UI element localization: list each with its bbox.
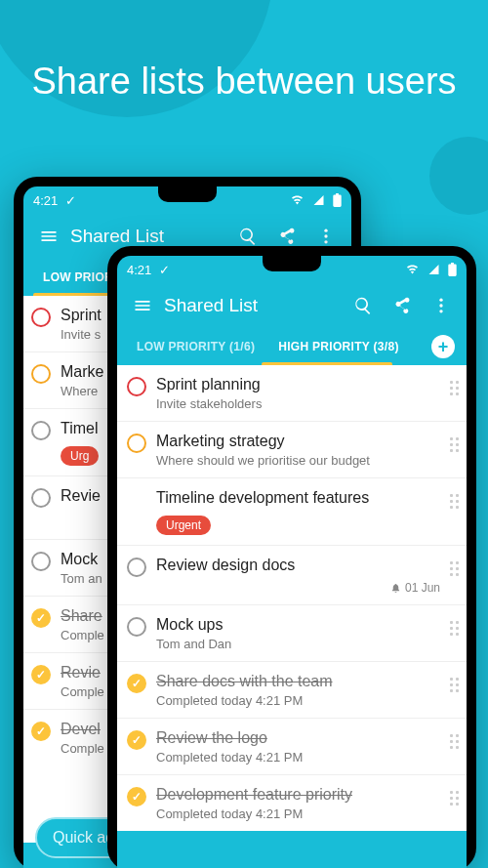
checkmark-icon: ✓ [65,193,76,208]
search-icon [353,296,373,315]
task-subtext: Completed today 4:21 PM [156,693,440,708]
drag-handle[interactable] [450,734,459,749]
task-checkbox[interactable] [31,488,51,508]
task-subtext: Tom and Dan [156,637,440,651]
status-time: 4:21 [127,263,151,277]
share-icon [277,227,297,246]
task-checkbox[interactable] [31,308,51,327]
signal-icon [427,264,440,275]
task-row[interactable]: Mock ups Tom and Dan [117,605,467,662]
battery-icon [333,193,342,207]
task-checkbox[interactable] [31,552,51,571]
svg-point-1 [324,234,327,237]
status-time: 4:21 [33,193,58,208]
search-icon [238,227,258,246]
task-checkbox[interactable] [31,364,51,384]
task-row[interactable]: Sprint planning Invite stakeholders [117,365,467,422]
urgent-badge: Urgent [156,516,211,535]
task-subtext: Where should we prioritise our budget [156,453,440,468]
toolbar-title: Shared List [68,226,228,247]
tab-high-priority[interactable]: HIGH PRIORITY (3/8) [266,330,411,363]
task-checkbox[interactable] [127,434,146,453]
task-subtext: Completed today 4:21 PM [156,806,440,821]
drag-handle[interactable] [450,621,459,636]
svg-point-3 [439,299,442,302]
task-row[interactable]: Share docs with the team Completed today… [117,662,467,719]
task-checkbox[interactable] [127,558,146,577]
toolbar-title: Shared List [162,295,344,316]
bg-circle-small [429,137,488,215]
more-button[interactable] [422,296,461,315]
task-row[interactable]: Review the logo Completed today 4:21 PM [117,719,467,775]
task-title: Review design docs [156,556,440,575]
task-checkbox-done[interactable] [31,665,51,684]
task-subtext: Invite stakeholders [156,396,440,411]
task-row[interactable]: Marketing strategy Where should we prior… [117,422,467,478]
task-reminder: 01 Jun [156,581,440,595]
svg-point-4 [439,304,442,307]
add-tab-button[interactable]: + [431,335,455,358]
share-button[interactable] [267,227,306,246]
search-button[interactable] [228,227,267,246]
svg-point-2 [324,240,327,243]
plus-icon: + [438,338,449,355]
bell-icon [390,583,401,594]
task-title-done: Development feature priority [156,785,440,805]
phone-front: 4:21 ✓ Shared List [107,246,476,868]
drag-handle[interactable] [450,791,459,806]
task-title-done: Review the logo [156,728,440,748]
wifi-icon [405,264,420,275]
menu-button[interactable] [29,227,68,246]
svg-point-0 [324,229,327,232]
task-checkbox[interactable] [127,617,146,637]
share-button[interactable] [383,296,422,315]
task-row[interactable]: Development feature priority Completed t… [117,775,467,831]
menu-icon [39,227,59,246]
task-checkbox-done[interactable] [127,787,146,806]
signal-icon [312,194,325,206]
wifi-icon [290,194,305,206]
task-title: Sprint planning [156,375,440,394]
task-checkbox[interactable] [31,421,51,440]
share-icon [392,296,412,315]
task-checkbox-done[interactable] [127,674,146,693]
task-checkbox-done[interactable] [127,730,146,750]
task-checkbox-done[interactable] [31,722,51,741]
task-checkbox[interactable] [127,377,146,396]
tab-low-priority[interactable]: LOW PRIORITY (1/6) [125,330,266,363]
task-title: Mock ups [156,615,440,635]
search-button[interactable] [344,296,383,315]
task-subtext: Completed today 4:21 PM [156,750,440,765]
task-list: Sprint planning Invite stakeholders Mark… [117,365,467,831]
drag-handle[interactable] [450,561,459,576]
task-checkbox-done[interactable] [31,608,51,628]
task-row[interactable]: Timeline development features Urgent [117,478,467,546]
drag-handle[interactable] [450,494,459,509]
checkmark-icon: ✓ [159,263,170,277]
battery-icon [448,263,457,276]
more-button[interactable] [306,227,346,246]
drag-handle[interactable] [450,437,459,452]
task-title: Marketing strategy [156,432,440,451]
task-row[interactable]: Review design docs 01 Jun [117,546,467,605]
hero-title: Share lists between users [0,59,488,105]
urgent-badge: Urg [61,446,99,466]
task-reminder-text: 01 Jun [405,581,440,595]
more-icon [431,296,451,315]
tab-bar: LOW PRIORITY (1/6) HIGH PRIORITY (3/8) + [117,328,467,365]
task-title-done: Share docs with the team [156,672,440,691]
drag-handle[interactable] [450,381,459,395]
svg-point-5 [439,310,442,312]
menu-button[interactable] [123,296,162,315]
more-icon [316,227,336,246]
phone-front-screen: 4:21 ✓ Shared List [117,256,467,868]
app-toolbar: Shared List [117,283,467,328]
task-title: Timeline development features [156,488,440,508]
drag-handle[interactable] [450,678,459,692]
menu-icon [133,296,152,315]
